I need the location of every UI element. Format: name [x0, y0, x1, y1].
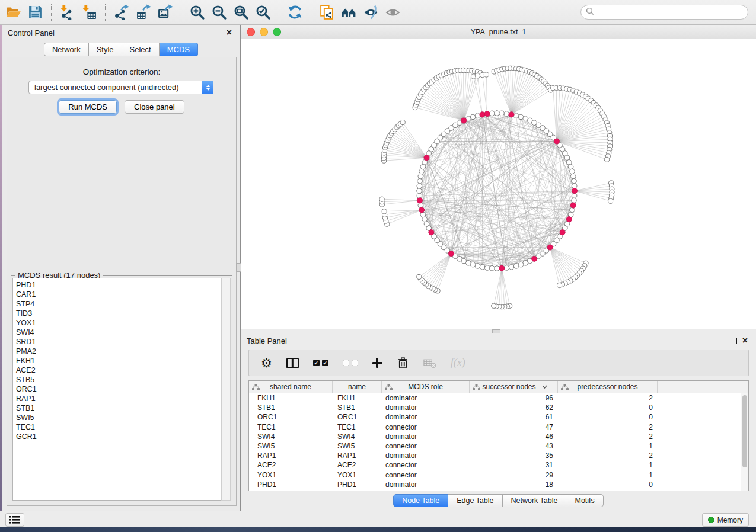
table-settings-button-gear-icon[interactable]: ⚙ [261, 357, 272, 369]
memory-button[interactable]: Memory [702, 513, 749, 527]
mcds-node[interactable] [554, 139, 559, 144]
network-node[interactable] [568, 164, 573, 169]
toggle-panel-layout-button-columns-icon[interactable] [286, 358, 299, 368]
network-node[interactable] [475, 264, 480, 269]
scrollbar-thumb[interactable] [742, 395, 747, 467]
network-node[interactable] [504, 111, 509, 117]
mcds-result-item[interactable]: ORC1 [16, 384, 222, 394]
mcds-node[interactable] [572, 188, 577, 193]
network-node[interactable] [513, 264, 519, 269]
show-all-button-eye-icon[interactable] [382, 2, 404, 23]
network-node[interactable] [570, 174, 576, 179]
network-node[interactable] [490, 265, 495, 271]
network-leaf-node[interactable] [379, 197, 384, 201]
import-network-button-import-network-icon[interactable] [56, 2, 78, 23]
network-node[interactable] [480, 264, 485, 270]
table-row[interactable]: STB1STB1dominator620 [249, 403, 748, 412]
network-node[interactable] [495, 266, 500, 271]
mcds-result-item[interactable]: GCR1 [16, 432, 222, 441]
network-leaf-node[interactable] [484, 72, 489, 77]
mcds-result-item[interactable]: RAP1 [16, 394, 222, 403]
export-to-web-button-web-doc-icon[interactable] [316, 2, 338, 23]
network-node[interactable] [417, 188, 422, 194]
tab-network-table[interactable]: Network Table [503, 494, 567, 507]
mcds-result-item[interactable]: SWI5 [16, 413, 222, 422]
tab-style[interactable]: Style [89, 43, 122, 56]
mcds-result-item[interactable]: FKH1 [16, 356, 222, 366]
close-panel-button[interactable]: Close panel [125, 100, 184, 114]
mcds-node[interactable] [509, 112, 514, 117]
network-leaf-node[interactable] [492, 303, 496, 308]
export-network-button-export-network-icon[interactable] [110, 2, 132, 23]
import-table-button-import-table-icon[interactable] [78, 2, 100, 23]
column-header-MCDS-role[interactable]: MCDS role [382, 381, 470, 393]
network-node[interactable] [470, 114, 476, 120]
network-node[interactable] [417, 178, 423, 184]
network-view-canvas[interactable] [241, 39, 756, 329]
mcds-node[interactable] [419, 207, 425, 213]
network-node[interactable] [490, 111, 495, 116]
mcds-result-item[interactable]: CAR1 [16, 290, 222, 299]
export-table-button-export-table-icon[interactable] [132, 2, 154, 23]
zoom-in-button-zoom-in-icon[interactable] [186, 2, 208, 23]
table-scrollbar[interactable] [741, 393, 748, 491]
add-column-button-plus-icon[interactable] [372, 358, 382, 368]
table-row[interactable]: SWI5SWI5connector431 [249, 441, 748, 451]
table-row[interactable]: RAP1RAP1dominator352 [249, 451, 748, 460]
mcds-node[interactable] [570, 203, 576, 208]
hide-selected-button-eye-slash-icon[interactable] [360, 2, 382, 23]
network-leaf-node[interactable] [382, 209, 387, 214]
task-history-button[interactable] [5, 513, 24, 527]
network-leaf-node[interactable] [608, 198, 613, 203]
network-node[interactable] [509, 264, 514, 270]
column-header-successor-nodes[interactable]: successor nodes [470, 381, 558, 393]
network-leaf-node[interactable] [557, 283, 562, 287]
export-image-button-export-image-icon[interactable] [154, 2, 176, 23]
table-row[interactable]: ORC1ORC1dominator610 [249, 412, 748, 422]
mcds-node[interactable] [480, 112, 485, 117]
vertical-split-grip-icon[interactable] [236, 263, 241, 272]
tab-node-table[interactable]: Node Table [393, 494, 448, 507]
show-all-columns-button-checks-icon[interactable]: ✓✓ [313, 360, 328, 366]
column-header-predecessor-nodes[interactable]: predecessor nodes [558, 381, 658, 393]
mcds-node[interactable] [499, 265, 505, 271]
mcds-result-item[interactable]: TEC1 [16, 422, 222, 432]
horizontal-split-divider[interactable] [241, 329, 756, 333]
tab-edge-table[interactable]: Edge Table [448, 494, 502, 507]
network-leaf-node[interactable] [400, 120, 405, 124]
save-session-button-save-icon[interactable] [24, 2, 46, 23]
network-node[interactable] [484, 265, 490, 271]
network-graph[interactable] [241, 39, 756, 329]
network-node[interactable] [499, 111, 505, 116]
network-node[interactable] [572, 193, 577, 198]
mcds-result-item[interactable]: STP4 [16, 299, 222, 309]
optimization-criterion-select[interactable]: largest connected component (undirected) [28, 81, 213, 94]
mcds-node[interactable] [560, 230, 565, 235]
zoom-selected-button-zoom-selected-icon[interactable] [252, 2, 274, 23]
mcds-node[interactable] [532, 256, 537, 261]
mcds-result-item[interactable]: STB1 [16, 403, 222, 413]
network-node[interactable] [570, 169, 575, 174]
column-header-shared-name[interactable]: shared name [249, 381, 333, 393]
mcds-result-item[interactable]: SRD1 [16, 337, 222, 347]
mcds-result-item[interactable]: YOX1 [16, 318, 222, 328]
network-node[interactable] [475, 113, 480, 118]
zoom-out-button-zoom-out-icon[interactable] [208, 2, 230, 23]
refresh-view-button-refresh-icon[interactable] [284, 2, 306, 23]
table-row[interactable]: SWI4SWI4dominator462 [249, 432, 748, 441]
network-leaf-node[interactable] [417, 274, 422, 279]
mcds-result-item[interactable]: PMA2 [16, 347, 222, 356]
mcds-node[interactable] [484, 111, 490, 116]
mcds-node[interactable] [448, 251, 454, 256]
network-node[interactable] [418, 174, 423, 179]
tab-mcds[interactable]: MCDS [160, 43, 198, 56]
tab-motifs[interactable]: Motifs [566, 494, 603, 507]
network-node[interactable] [417, 184, 422, 189]
mcds-result-list[interactable]: PHD1CAR1STP4TID3YOX1SWI4SRD1PMA2FKH1ACE2… [12, 278, 222, 501]
close-table-panel-icon[interactable]: × [742, 338, 748, 344]
network-node[interactable] [417, 193, 422, 198]
network-node[interactable] [572, 184, 577, 189]
network-node[interactable] [418, 203, 423, 208]
mcds-node[interactable] [461, 118, 467, 123]
network-node[interactable] [518, 262, 524, 267]
